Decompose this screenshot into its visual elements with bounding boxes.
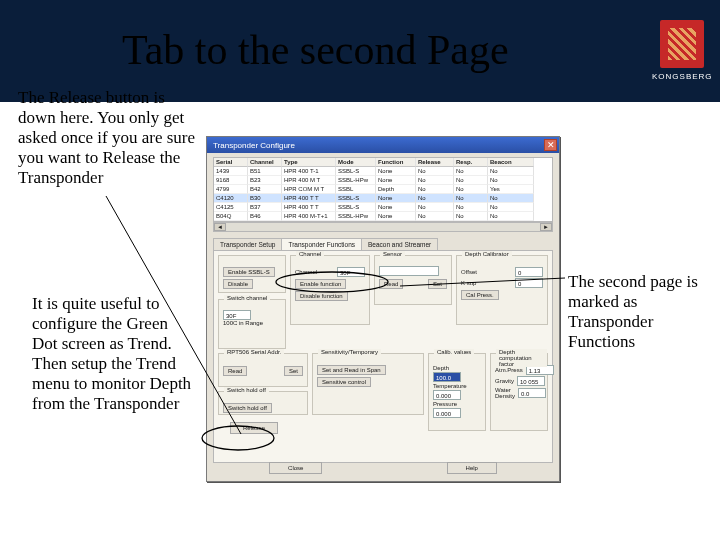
group-depth-comp: Depth computation factor Atm.Press1.13 G… [490,353,548,431]
th: Serial [214,158,248,167]
titlebar[interactable]: Transponder Configure ✕ [207,137,559,153]
th: Beacon [488,158,534,167]
dialog-title: Transponder Configure [213,141,295,150]
group-enable: Enable SSBL-S Disable [218,255,286,293]
gravity-input[interactable]: 10 055 [517,376,545,386]
crest-icon [660,20,704,68]
cal-press-button[interactable]: Cal Press. [461,290,499,300]
temp-value[interactable]: 0.000 [433,390,461,400]
transponder-table[interactable]: Serial Channel Type Mode Function Releas… [213,157,553,222]
grid-hscroll[interactable]: ◄ ► [213,222,553,232]
th: Function [376,158,416,167]
enable-button[interactable]: Enable SSBL-S [223,267,275,277]
tab-setup[interactable]: Transponder Setup [213,238,282,250]
group-switch-channel: Switch channel 30F 100C in Range [218,299,286,349]
release-button[interactable]: Release [230,422,278,434]
brand-name: KONGSBERG [652,72,712,81]
pressure-value[interactable]: 0.000 [433,408,461,418]
group-sensor: Sensor ReadSet [374,255,452,305]
scroll-right-icon[interactable]: ► [540,223,552,231]
td[interactable]: 1439 [214,167,248,176]
close-button[interactable]: Close [269,462,322,474]
sensor-read-button[interactable]: Read [379,279,403,289]
enable-function-button[interactable]: Enable function [295,279,346,289]
sensor-select[interactable] [379,266,439,276]
group-rpt: RPT506 Serial Addr. ReadSet [218,353,308,387]
th: Release [416,158,454,167]
note-green-dot: It is quite useful to configure the Gree… [32,294,192,414]
group-channel: Channel Channel30F Enable function Disab… [290,255,370,325]
help-button[interactable]: Help [447,462,497,474]
tab-strip: Transponder Setup Transponder Functions … [213,238,553,251]
tab-functions[interactable]: Transponder Functions [281,238,362,250]
th: Type [282,158,336,167]
water-density-input[interactable]: 0.0 [518,388,546,398]
transponder-dialog: Transponder Configure ✕ Serial Channel T… [206,136,560,482]
slide-title: Tab to the second Page [122,26,509,74]
rpt-read-button[interactable]: Read [223,366,247,376]
channel-input[interactable]: 30F [337,267,365,277]
depth-value[interactable]: 100.0 [433,372,461,382]
dialog-footer: Close Help [207,461,559,475]
th: Mode [336,158,376,167]
disable-button[interactable]: Disable [223,279,253,289]
tab-beacon[interactable]: Beacon and Streamer [361,238,438,250]
offset-input[interactable]: 0 [515,267,543,277]
scroll-left-icon[interactable]: ◄ [214,223,226,231]
group-sensitivity: Sensitivity/Temporary Set and Read in Sp… [312,353,424,415]
group-depth-calibrator: Depth Calibrator Offset0 K sup0 Cal Pres… [456,255,548,325]
k-input[interactable]: 0 [515,278,543,288]
tab-panel-functions: Enable SSBL-S Disable Channel Channel30F… [213,251,553,463]
group-switch-hold: Switch hold off Switch hold off [218,391,308,415]
switch-hold-button[interactable]: Switch hold off [223,403,272,413]
brand-logo: KONGSBERG [652,20,712,81]
close-icon[interactable]: ✕ [544,139,557,151]
sensitive-control-button[interactable]: Sensitive control [317,377,371,387]
set-read-span-button[interactable]: Set and Read in Span [317,365,386,375]
rpt-set-button[interactable]: Set [284,366,303,376]
disable-function-button[interactable]: Disable function [295,291,348,301]
switch-channel-input[interactable]: 30F [223,310,251,320]
group-calib-values: Calib. values Depth 100.0 Temperature 0.… [428,353,486,431]
note-second-page: The second page is marked as Transponder… [568,272,712,352]
th: Resp. [454,158,488,167]
th: Channel [248,158,282,167]
release-area: Release [230,421,278,435]
sensor-set-button[interactable]: Set [428,279,447,289]
note-release: The Release button is down here. You onl… [18,88,204,188]
